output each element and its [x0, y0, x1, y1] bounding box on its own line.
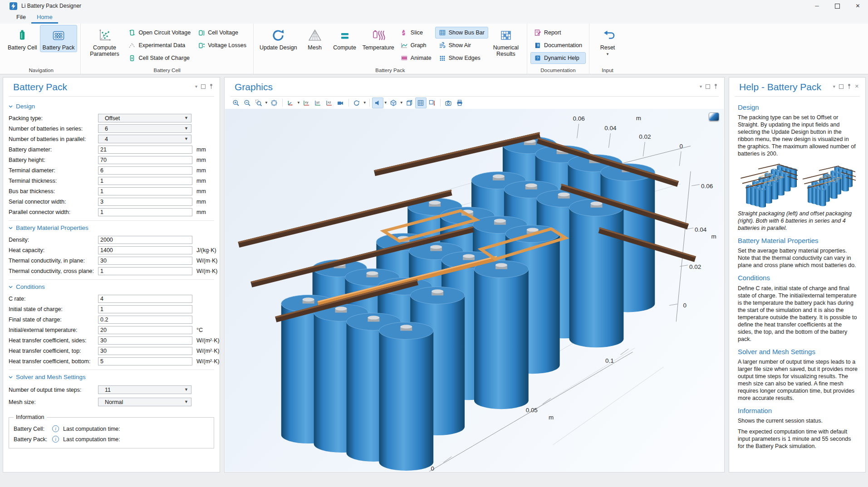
report-button[interactable]: Report — [530, 27, 586, 39]
menu-file[interactable]: File — [11, 12, 31, 24]
help-panel-pin-icon[interactable] — [847, 83, 851, 89]
voltage-losses-button[interactable]: Voltage Losses — [194, 39, 250, 51]
form-row: Terminal diameter: mm — [3, 165, 220, 175]
zoom-box-button[interactable] — [253, 97, 264, 108]
terminal-diameter-input[interactable] — [98, 166, 192, 175]
help-panel-menu-icon[interactable]: ▾ — [833, 84, 835, 89]
mesh-button[interactable]: Mesh — [300, 25, 330, 52]
rotate-button[interactable] — [351, 97, 363, 108]
cell-voltage-button[interactable]: Cell Voltage — [194, 27, 250, 39]
reset-button[interactable]: Reset ▾ — [593, 25, 623, 58]
field-unit: mm — [196, 167, 206, 174]
scene-light-button[interactable] — [388, 97, 399, 108]
mesh-size-select[interactable]: Normal▼ — [98, 398, 191, 406]
initial-state-of-charge-input[interactable] — [98, 305, 192, 313]
field-unit: mm — [196, 146, 206, 153]
show-bus-bar-button[interactable]: Show Bus Bar — [435, 27, 488, 39]
update-design-button[interactable]: Update Design — [257, 25, 300, 52]
yz-view-button[interactable]: yz — [312, 97, 324, 108]
temperature-button[interactable]: Temperature — [360, 25, 397, 52]
slice-button[interactable]: Slice — [397, 27, 435, 39]
transparency-button[interactable] — [372, 97, 383, 108]
view-cube-button[interactable] — [404, 97, 415, 108]
help-panel-float-icon[interactable] — [839, 84, 843, 89]
compute-parameters-icon — [97, 27, 112, 44]
show-air-button[interactable]: Show Air — [435, 39, 488, 51]
heat-transfer-top-input[interactable] — [98, 347, 192, 355]
c-rate-input[interactable] — [98, 295, 192, 303]
battery-diameter-input[interactable] — [98, 146, 192, 154]
heat-capacity-input[interactable] — [98, 246, 192, 254]
bus-bar-thickness-input[interactable] — [98, 187, 192, 195]
section-solver[interactable]: Solver and Mesh Settings — [3, 370, 220, 384]
information-groupbox: Information Battery Cell: i Last computa… — [9, 417, 214, 448]
settings-panel-menu-icon[interactable]: ▾ — [195, 84, 197, 89]
scene-camera-button[interactable] — [335, 97, 346, 108]
batteries-in-parallel-select[interactable]: 4▼ — [98, 135, 191, 143]
xz-view-button[interactable]: xz — [324, 97, 335, 108]
grid-button[interactable] — [415, 97, 427, 108]
rotate-dropdown-icon[interactable]: ▼ — [363, 101, 367, 105]
final-state-of-charge-input[interactable] — [98, 316, 192, 324]
field-label: Packing type: — [9, 115, 98, 122]
zoom-box-dropdown-icon[interactable]: ▼ — [265, 101, 268, 105]
chevron-down-icon — [9, 105, 13, 108]
section-design[interactable]: Design — [3, 99, 220, 113]
zoom-out-button[interactable] — [241, 97, 253, 108]
transparency-dropdown-icon[interactable]: ▼ — [384, 101, 387, 105]
compute-parameters-button[interactable]: Compute Parameters — [84, 25, 125, 58]
show-edges-button[interactable]: Show Edges — [435, 52, 488, 64]
compute-button[interactable]: Compute — [330, 25, 360, 52]
minimize-button[interactable]: ─ — [807, 0, 827, 12]
serial-connector-width-input[interactable] — [98, 198, 192, 206]
battery-cell-button[interactable]: Battery Cell — [5, 25, 40, 52]
settings-panel-pin-icon[interactable] — [209, 83, 213, 89]
menu-home[interactable]: Home — [31, 12, 58, 24]
open-circuit-voltage-button[interactable]: Open Circuit Voltage — [125, 27, 194, 39]
plot-context-icon[interactable] — [709, 112, 719, 121]
scene-light-dropdown-icon[interactable]: ▼ — [400, 101, 403, 105]
graph-button[interactable]: Graph — [397, 39, 435, 51]
animate-button[interactable]: Animate — [397, 52, 435, 64]
numerical-results-button[interactable]: Numerical Results — [488, 25, 524, 58]
experimental-data-button[interactable]: Experimental Data — [125, 39, 194, 51]
view-cube-icon — [406, 99, 413, 107]
batteries-in-series-select[interactable]: 6▼ — [98, 124, 191, 133]
heat-transfer-bottom-input[interactable] — [98, 357, 192, 365]
section-material[interactable]: Battery Material Properties — [3, 221, 220, 234]
dynamic-help-button[interactable]: ? Dynamic Help — [530, 52, 586, 64]
battery-height-input[interactable] — [98, 156, 192, 164]
zoom-extents-button[interactable] — [269, 97, 280, 108]
ribbon: Battery Cell Battery Pack Navigation Com… — [0, 24, 868, 74]
terminal-thickness-input[interactable] — [98, 177, 192, 185]
graphics-3d-viewport[interactable]: 0.060.040.020m0.060.040.020m0.10.050m — [225, 109, 724, 472]
thermal-conductivity-in-plane-input[interactable] — [98, 257, 192, 265]
maximize-button[interactable] — [827, 0, 848, 12]
heat-transfer-sides-input[interactable] — [98, 336, 192, 345]
graphics-panel-float-icon[interactable] — [706, 84, 710, 89]
axis-indicator-button[interactable] — [427, 97, 438, 108]
print-button[interactable] — [454, 97, 466, 108]
output-time-steps-select[interactable]: 11▼ — [98, 385, 191, 394]
packing-type-select[interactable]: Offset▼ — [98, 114, 191, 122]
zoom-in-button[interactable] — [230, 97, 241, 108]
thermal-conductivity-cross-plane-input[interactable] — [98, 267, 192, 275]
image-snapshot-button[interactable] — [443, 97, 454, 108]
section-conditions[interactable]: Conditions — [3, 280, 220, 293]
density-input[interactable] — [98, 236, 192, 244]
default-view-button[interactable] — [285, 97, 296, 108]
graphics-panel-pin-icon[interactable] — [714, 83, 718, 89]
cell-state-of-charge-button[interactable]: Cell State of Charge — [125, 52, 194, 64]
settings-panel-float-icon[interactable] — [201, 84, 206, 89]
initial-external-temperature-input[interactable] — [98, 326, 192, 334]
experimental-data-icon — [128, 42, 136, 49]
close-button[interactable]: ✕ — [848, 0, 868, 12]
xy-view-button[interactable]: xy — [301, 97, 312, 108]
help-panel-close-icon[interactable]: ✕ — [855, 83, 859, 89]
information-row: Battery Cell: i Last computation time: — [14, 424, 209, 434]
parallel-connector-width-input[interactable] — [98, 208, 192, 216]
default-view-dropdown-icon[interactable]: ▼ — [297, 101, 300, 105]
battery-pack-button[interactable]: Battery Pack — [40, 25, 78, 52]
documentation-button[interactable]: Documentation — [530, 39, 586, 51]
graphics-panel-menu-icon[interactable]: ▾ — [700, 84, 702, 89]
